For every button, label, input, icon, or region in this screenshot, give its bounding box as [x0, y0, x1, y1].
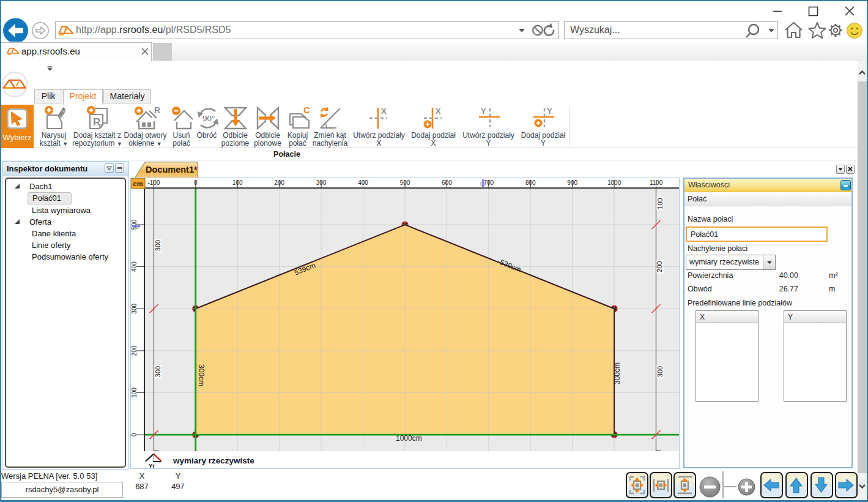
svg-text:300cm: 300cm [613, 362, 621, 384]
svg-text:400: 400 [131, 261, 138, 272]
svg-text:300: 300 [154, 366, 161, 377]
svg-text:300: 300 [316, 179, 327, 186]
svg-text:1100: 1100 [650, 179, 663, 186]
svg-text:X: X [381, 107, 387, 116]
svg-text:100: 100 [232, 179, 243, 186]
svg-text:90°: 90° [202, 114, 215, 123]
svg-text:400: 400 [358, 179, 368, 186]
svg-text:200: 200 [656, 261, 664, 272]
svg-text:500: 500 [400, 179, 410, 186]
svg-text:-100: -100 [147, 179, 160, 186]
svg-text:C: C [303, 106, 310, 115]
svg-text:1000cm: 1000cm [396, 434, 422, 443]
svg-text:Yr: Yr [149, 462, 155, 468]
svg-text:R: R [93, 116, 100, 128]
svg-text:X: X [436, 107, 441, 116]
svg-text:200: 200 [131, 345, 138, 356]
svg-text:800: 800 [525, 179, 536, 186]
svg-text:300: 300 [154, 240, 161, 251]
svg-text:R: R [154, 106, 160, 115]
svg-text:Y: Y [481, 107, 486, 116]
svg-text:0: 0 [194, 179, 198, 186]
svg-text:300: 300 [131, 303, 138, 313]
svg-text:100: 100 [656, 198, 664, 209]
svg-text:200: 200 [274, 179, 284, 186]
svg-text:300: 300 [656, 366, 664, 377]
svg-text:1000: 1000 [607, 179, 621, 186]
svg-text:300cm: 300cm [197, 364, 206, 386]
svg-text:Y: Y [547, 107, 552, 116]
svg-text:600: 600 [442, 179, 452, 186]
svg-text:0: 0 [131, 433, 138, 436]
svg-text:900: 900 [567, 179, 577, 186]
svg-text:wymiary rzeczywiste: wymiary rzeczywiste [172, 456, 254, 465]
svg-text:cm: cm [133, 180, 143, 187]
svg-text:100: 100 [131, 388, 138, 398]
